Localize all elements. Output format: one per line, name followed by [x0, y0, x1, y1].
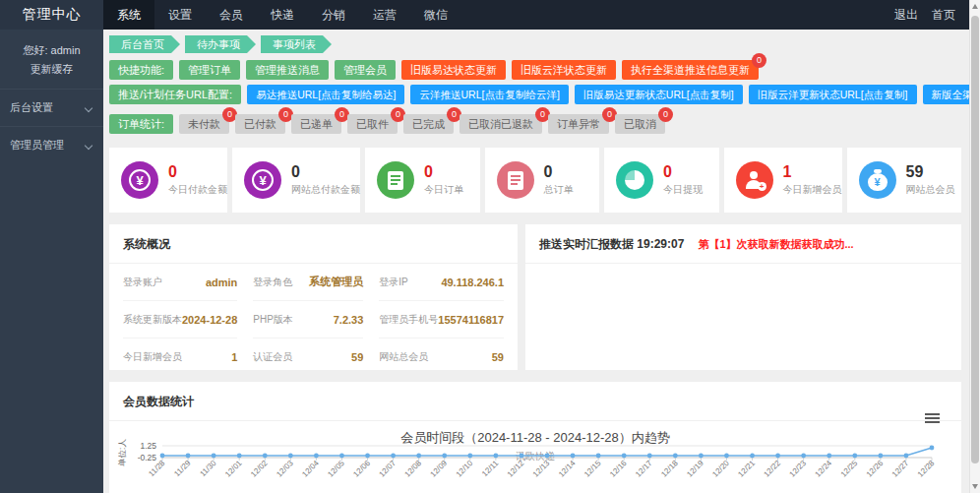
order-stat-已取件[interactable]: 已取件 [347, 114, 398, 134]
chart-menu-icon[interactable] [925, 413, 940, 425]
quick-button-旧版易达状态更新[interactable]: 旧版易达状态更新 [401, 60, 506, 80]
breadcrumb: 后台首页待办事项事项列表 [109, 35, 961, 53]
top-link-首页[interactable]: 首页 [932, 7, 955, 24]
badge-count: 0 [658, 107, 673, 122]
overview-value: admin [206, 277, 237, 288]
stat-card-今日新增会员: +1今日新增会员 [724, 148, 842, 213]
nav-item-设置[interactable]: 设置 [154, 0, 206, 30]
quick-button-管理会员[interactable]: 管理会员 [335, 60, 396, 80]
stat-card-value: 0 [424, 163, 463, 181]
top-header: 管理中心 系统设置会员快递分销运营微信 退出首页 [0, 0, 969, 30]
top-link-退出[interactable]: 退出 [894, 7, 918, 24]
system-overview-grid: 登录账户admin登录角色系统管理员登录IP49.118.246.1系统更新版本… [123, 264, 504, 376]
overview-cell-认证会员: 认证会员59 [253, 339, 363, 376]
stat-card-value: 59 [906, 163, 955, 181]
overview-value: 49.118.246.1 [441, 277, 504, 288]
chevron-down-icon [85, 141, 92, 149]
overview-cell-登录角色: 登录角色系统管理员 [253, 264, 363, 301]
system-overview-panel: 系统概况 登录账户admin登录角色系统管理员登录IP49.118.246.1系… [109, 224, 518, 370]
scrollbar-thumb[interactable] [971, 16, 979, 463]
chevron-down-icon [85, 103, 92, 111]
url-button[interactable]: 新版全渠道更新状态URL[点击复制] [923, 85, 970, 104]
breadcrumb-后台首页[interactable]: 后台首页 [109, 35, 180, 53]
svg-text:12/17: 12/17 [634, 459, 654, 479]
order-stat-未付款[interactable]: 未付款 [179, 114, 229, 134]
url-button[interactable]: 云洋推送URL[点击复制给云洋] [410, 85, 568, 104]
overview-value: 59 [492, 351, 504, 363]
order-stat-已取消[interactable]: 已取消 [615, 114, 665, 134]
nav-item-系统[interactable]: 系统 [103, 0, 154, 30]
order-stats-label: 订单统计: [109, 114, 173, 134]
svg-text:12/14: 12/14 [557, 459, 578, 479]
order-stat-wrap: 已取件0 [347, 114, 398, 134]
nav-item-运营[interactable]: 运营 [359, 0, 410, 30]
push-report-message: 第【1】次获取新数据获取成功... [698, 237, 853, 252]
svg-text:12/26: 12/26 [865, 459, 886, 479]
document-icon [377, 161, 414, 199]
quick-button-管理推送消息[interactable]: 管理推送消息 [246, 60, 329, 80]
url-button[interactable]: 旧版云洋更新状态URL[点击复制] [749, 85, 917, 104]
refresh-cache-link[interactable]: 更新缓存 [0, 58, 103, 89]
svg-text:12/01: 12/01 [223, 459, 244, 479]
nav-item-快递[interactable]: 快递 [257, 0, 308, 30]
sidebar: 您好: admin 更新缓存 后台设置管理员管理 [0, 30, 103, 493]
url-button[interactable]: 易达推送URL[点击复制给易达] [247, 85, 404, 104]
quick-button-管理订单[interactable]: 管理订单 [179, 60, 240, 80]
divider [525, 263, 961, 264]
svg-text:12/04: 12/04 [300, 459, 321, 479]
quick-functions-label: 快捷功能: [109, 60, 173, 80]
order-stat-wrap: 未付款0 [179, 114, 229, 134]
breadcrumb-事项列表[interactable]: 事项列表 [261, 35, 332, 53]
stat-card-label: 总订单 [544, 183, 574, 197]
nav-item-分销[interactable]: 分销 [308, 0, 359, 30]
overview-cell-PHP版本: PHP版本7.2.33 [253, 301, 363, 339]
breadcrumb-待办事项[interactable]: 待办事项 [185, 35, 256, 53]
svg-text:12/22: 12/22 [762, 459, 782, 479]
svg-text:12/13: 12/13 [531, 459, 552, 479]
document-icon [497, 161, 534, 199]
greeting-text: 您好: admin [0, 30, 103, 58]
svg-text:-0.25: -0.25 [138, 453, 157, 462]
stat-card-总订单: 0总订单 [485, 148, 600, 213]
page-scrollbar[interactable] [969, 0, 980, 493]
stat-card-value: 0 [544, 163, 574, 181]
stat-card-text: 1今日新增会员 [783, 163, 842, 197]
trend-line-chart: 1.25-0.25单位:人11/2811/2911/3012/0112/0212… [113, 435, 955, 493]
overview-cell-系统更新版本: 系统更新版本2024-12-28 [123, 301, 237, 339]
svg-text:12/02: 12/02 [249, 459, 270, 479]
quick-button-执行全渠道推送信息更新[interactable]: 执行全渠道推送信息更新 [622, 60, 759, 80]
stat-card-label: 今日订单 [424, 183, 463, 197]
order-stat-已完成[interactable]: 已完成 [403, 114, 454, 134]
order-stat-订单异常[interactable]: 订单异常 [548, 114, 609, 134]
nav-item-会员[interactable]: 会员 [206, 0, 257, 30]
svg-text:12/08: 12/08 [403, 459, 424, 479]
stat-card-value: 0 [663, 163, 703, 181]
url-button[interactable]: 旧版易达更新状态URL[点击复制] [575, 85, 743, 104]
svg-text:12/10: 12/10 [455, 459, 475, 479]
stat-card-text: 0今日提现 [663, 163, 703, 197]
svg-text:12/20: 12/20 [710, 459, 731, 479]
top-right-links: 退出首页 [894, 0, 969, 30]
order-stat-已递单[interactable]: 已递单 [291, 114, 341, 134]
scroll-up-arrow-icon[interactable] [972, 4, 978, 9]
order-stat-已取消已退款[interactable]: 已取消已退款 [459, 114, 542, 134]
svg-text:单位:人: 单位:人 [117, 439, 127, 466]
stat-card-value: 0 [291, 163, 360, 181]
order-stat-wrap: 已付款0 [235, 114, 285, 134]
overview-label: 今日新增会员 [123, 350, 182, 364]
sidebar-item-后台设置[interactable]: 后台设置 [0, 89, 103, 126]
stat-card-label: 网站总会员 [906, 183, 955, 197]
quick-button-旧版云洋状态更新[interactable]: 旧版云洋状态更新 [512, 60, 616, 80]
overview-label: 认证会员 [253, 350, 292, 364]
member-trend-chart: 1.25-0.25单位:人11/2811/2911/3012/0112/0212… [113, 435, 955, 493]
quick-orange-wrap: 旧版易达状态更新 [401, 60, 506, 80]
svg-text:11/29: 11/29 [172, 459, 192, 478]
order-stat-wrap: 订单异常0 [548, 114, 609, 134]
order-stat-已付款[interactable]: 已付款 [235, 114, 285, 134]
sidebar-item-管理员管理[interactable]: 管理员管理 [0, 126, 103, 163]
nav-item-微信[interactable]: 微信 [410, 0, 461, 30]
overview-label: 登录角色 [253, 276, 292, 289]
money-bag-icon: ¥ [859, 161, 896, 199]
yen-coin-icon: ¥ [121, 161, 158, 199]
scroll-down-arrow-icon[interactable] [972, 484, 978, 489]
